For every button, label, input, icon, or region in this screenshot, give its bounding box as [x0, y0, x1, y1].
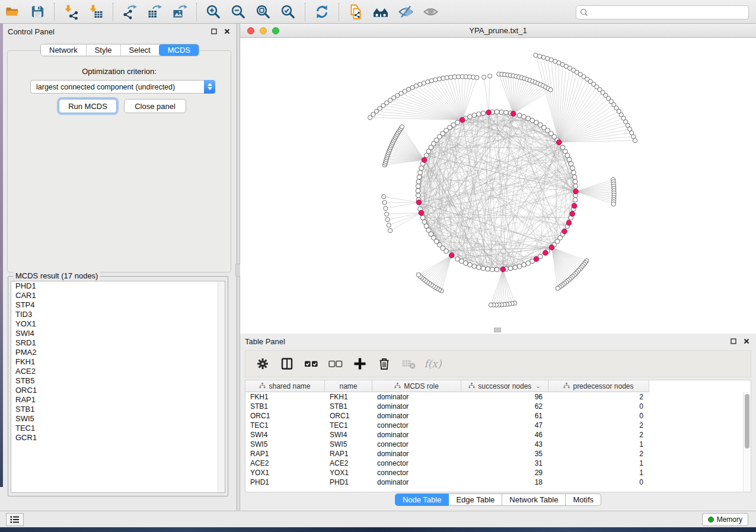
mcds-result-item[interactable]: SWI5	[11, 414, 225, 424]
search-input[interactable]	[576, 5, 749, 20]
network-window-titlebar[interactable]: YPA_prune.txt_1	[240, 24, 756, 38]
fx-label: f(x)	[424, 358, 441, 370]
mcds-result-item[interactable]: ACE2	[11, 367, 225, 376]
open-session-icon[interactable]	[4, 4, 21, 20]
cell-successor-nodes: 62	[461, 402, 548, 411]
table-row[interactable]: SWI4SWI4dominator462	[245, 430, 751, 440]
mcds-result-item[interactable]: RAP1	[11, 395, 225, 405]
cell-MCDS-role: dominator	[372, 449, 461, 459]
minimize-window-icon[interactable]	[260, 27, 267, 34]
scrollbar-thumb[interactable]	[745, 394, 749, 448]
table-row[interactable]: RAP1RAP1dominator352	[245, 449, 751, 459]
network-graph[interactable]	[240, 38, 756, 334]
refresh-icon[interactable]	[313, 4, 331, 20]
close-panel-icon[interactable]	[742, 336, 751, 346]
tab-network-table[interactable]: Network Table	[502, 493, 566, 506]
float-panel-icon[interactable]	[209, 27, 219, 36]
deselect-all-icon[interactable]	[328, 356, 343, 371]
table-row[interactable]: SWI5SWI5connector431	[245, 440, 751, 449]
cell-shared-name: PHD1	[245, 477, 325, 487]
close-panel-button[interactable]: Close panel	[124, 99, 186, 113]
delete-table-icon[interactable]	[401, 356, 416, 371]
export-document-share-icon[interactable]	[347, 4, 365, 20]
node-table[interactable]: shared namenameMCDS rolesuccessor nodes⌄…	[245, 380, 751, 492]
export-image-icon[interactable]	[171, 4, 189, 20]
tab-motifs[interactable]: Motifs	[566, 493, 601, 506]
mcds-result-list[interactable]: PHD1CAR1STP4TID3YOX1SWI4SRD1PMA2FKH1ACE2…	[11, 281, 225, 493]
table-row[interactable]: PHD1PHD1dominator180	[245, 477, 751, 487]
function-builder-icon[interactable]: f(x)	[425, 356, 441, 371]
mcds-result-item[interactable]: STP4	[11, 300, 225, 310]
mcds-result-item[interactable]: STB1	[11, 405, 225, 414]
column-type-icon	[394, 382, 401, 390]
table-row[interactable]: ACE2ACE2connector311	[245, 459, 751, 468]
tab-select[interactable]: Select	[120, 44, 159, 56]
select-all-icon[interactable]	[304, 356, 319, 371]
task-history-button[interactable]	[6, 513, 24, 526]
criterion-select[interactable]: largest connected component (undirected)	[30, 80, 215, 94]
column-header-shared-name[interactable]: shared name	[245, 380, 325, 392]
column-header-predecessor-nodes[interactable]: predecessor nodes	[548, 380, 649, 392]
show-all-icon[interactable]	[422, 4, 439, 20]
export-network-icon[interactable]	[121, 4, 139, 20]
delete-column-icon[interactable]	[377, 356, 392, 371]
cell-shared-name: RAP1	[245, 449, 325, 459]
add-column-icon[interactable]	[352, 356, 368, 371]
cell-name: SWI4	[325, 430, 372, 440]
mcds-list-scrollbar[interactable]	[218, 281, 225, 492]
tab-edge-table[interactable]: Edge Table	[449, 493, 502, 506]
zoom-out-icon[interactable]	[229, 4, 247, 20]
column-header-name[interactable]: name	[325, 380, 372, 392]
hide-selected-icon[interactable]	[397, 4, 414, 20]
mcds-result-item[interactable]: PHD1	[11, 281, 225, 291]
cell-MCDS-role: dominator	[372, 392, 461, 402]
export-table-icon[interactable]	[146, 4, 164, 20]
table-row[interactable]: ORC1ORC1dominator610	[245, 411, 751, 421]
table-row[interactable]: YOX1YOX1connector291	[245, 468, 751, 477]
table-row[interactable]: FKH1FKH1dominator962	[245, 392, 751, 402]
table-row[interactable]: STB1STB1dominator620	[245, 402, 751, 411]
close-window-icon[interactable]	[247, 27, 254, 34]
mcds-result-item[interactable]: CAR1	[11, 291, 225, 300]
memory-button[interactable]: Memory	[702, 513, 748, 526]
maximize-window-icon[interactable]	[272, 27, 279, 34]
mcds-result-item[interactable]: SRD1	[11, 338, 225, 348]
column-header-successor-nodes[interactable]: successor nodes⌄	[461, 380, 548, 392]
mcds-result-item[interactable]: YOX1	[11, 319, 225, 329]
mcds-result-item[interactable]: ORC1	[11, 386, 225, 395]
import-table-icon[interactable]	[87, 4, 105, 20]
run-mcds-button[interactable]: Run MCDS	[59, 99, 117, 113]
network-canvas[interactable]	[240, 38, 756, 334]
table-row[interactable]: TEC1TEC1connector472	[245, 421, 751, 430]
table-settings-icon[interactable]	[255, 356, 270, 371]
column-header-MCDS-role[interactable]: MCDS role	[372, 380, 461, 392]
horizontal-splitter-handle[interactable]	[494, 328, 501, 332]
tab-network[interactable]: Network	[41, 44, 86, 56]
table-scrollbar[interactable]	[743, 392, 751, 492]
tab-style[interactable]: Style	[86, 44, 120, 56]
cell-shared-name: ACE2	[245, 459, 325, 468]
mcds-result-item[interactable]: FKH1	[11, 357, 225, 367]
mcds-result-group: MCDS result (17 nodes) PHD1CAR1STP4TID3Y…	[8, 276, 228, 496]
mcds-result-item[interactable]: TEC1	[11, 424, 225, 433]
first-neighbors-icon[interactable]	[372, 4, 390, 20]
zoom-fit-icon[interactable]	[254, 4, 272, 20]
pane-mode-icon[interactable]	[279, 356, 295, 371]
import-network-icon[interactable]	[62, 4, 80, 20]
mcds-result-item[interactable]: PMA2	[11, 348, 225, 357]
mcds-result-item[interactable]: GCR1	[11, 433, 225, 443]
close-panel-icon[interactable]	[222, 27, 232, 36]
mcds-result-item[interactable]: STB5	[11, 376, 225, 386]
float-panel-icon[interactable]	[729, 336, 738, 346]
table-panel-tabs: Node TableEdge TableNetwork TableMotifs	[240, 493, 756, 506]
zoom-in-icon[interactable]	[205, 4, 222, 20]
tab-node-table[interactable]: Node Table	[395, 493, 449, 506]
cell-successor-nodes: 35	[461, 449, 548, 459]
zoom-selected-icon[interactable]	[279, 4, 297, 20]
cell-successor-nodes: 47	[461, 421, 548, 430]
tab-mcds[interactable]: MCDS	[159, 44, 199, 56]
save-session-icon[interactable]	[28, 4, 46, 20]
mcds-result-item[interactable]: TID3	[11, 310, 225, 319]
network-window-title: YPA_prune.txt_1	[469, 26, 527, 35]
mcds-result-item[interactable]: SWI4	[11, 329, 225, 338]
